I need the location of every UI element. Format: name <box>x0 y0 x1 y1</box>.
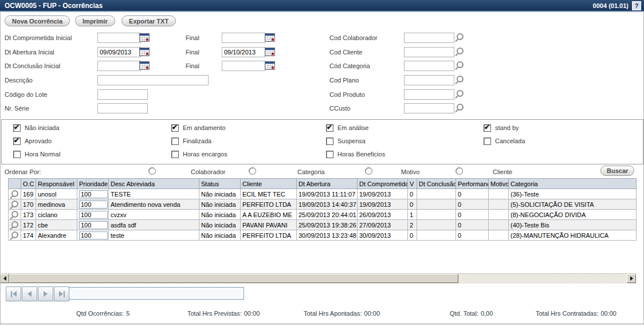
calendar-icon[interactable] <box>265 33 275 42</box>
checkbox-label: Em andamento <box>183 124 226 131</box>
scroll-left-button[interactable] <box>0 274 9 283</box>
cod-categoria-input[interactable] <box>404 61 454 71</box>
search-lookup-icon[interactable] <box>457 48 464 54</box>
prioridade-input[interactable]: 100 <box>79 211 108 219</box>
scrollbar-thumb[interactable] <box>9 274 458 283</box>
cell-responsavel: medinova <box>36 199 77 210</box>
calendar-icon[interactable] <box>265 61 275 70</box>
col-open <box>9 179 21 189</box>
checkbox-finalizada[interactable] <box>171 138 179 145</box>
col-responsavel: Responsável <box>36 179 77 189</box>
open-record-icon[interactable] <box>11 211 18 218</box>
calendar-icon[interactable] <box>139 48 150 56</box>
radio-cliente[interactable] <box>455 167 463 175</box>
print-button[interactable]: Imprimir <box>75 15 115 26</box>
dt-comprometida-inicial-input[interactable] <box>97 33 141 43</box>
checkbox-cancelada[interactable] <box>484 138 491 145</box>
codigo-lote-input[interactable] <box>97 89 148 100</box>
total-value: 00:00 <box>244 310 260 317</box>
dt-comprometida-final-input[interactable] <box>222 33 265 43</box>
checkbox-horas-encargos[interactable] <box>171 151 179 158</box>
cell-dt-comprometida: 19/09/2013 <box>358 199 408 210</box>
new-occurrence-button[interactable]: Nova Ocorrência <box>5 15 70 26</box>
col-dt-comprometida: Dt Comprometida <box>358 179 408 189</box>
checkbox-label: Hora Normal <box>25 151 60 158</box>
open-record-icon[interactable] <box>11 221 18 228</box>
checkbox-item: Aprovado <box>13 138 52 146</box>
calendar-icon[interactable] <box>265 48 275 56</box>
prioridade-input[interactable]: 100 <box>79 221 108 229</box>
cell-status: Não iniciada <box>199 189 241 199</box>
arrow-right-icon <box>630 276 633 281</box>
cell-dt-conclusao <box>417 199 456 210</box>
checkbox-suspensa[interactable] <box>326 138 333 145</box>
export-txt-button[interactable]: Exportar TXT <box>121 15 176 26</box>
checkbox-item: Horas encargos <box>171 151 227 159</box>
search-lookup-icon[interactable] <box>457 76 464 83</box>
dt-abertura-final-input[interactable] <box>222 47 265 57</box>
cod-produto-input[interactable] <box>404 89 454 100</box>
radio-categoria[interactable] <box>249 167 256 175</box>
search-lookup-icon[interactable] <box>457 104 464 111</box>
total-hrs-apontadas: Total Hrs Apontadas:00:00 <box>304 310 380 317</box>
dt-abertura-inicial-input[interactable] <box>97 47 141 57</box>
table-row: 173 ciclano 100 cvzxv Não iniciada A A E… <box>9 210 637 220</box>
calendar-icon[interactable] <box>139 61 150 70</box>
previous-page-icon <box>28 291 32 297</box>
open-record-icon[interactable] <box>11 201 18 207</box>
quick-filter-input[interactable] <box>69 287 244 300</box>
search-lookup-icon[interactable] <box>457 61 464 68</box>
cell-performance: 0 <box>456 199 489 210</box>
next-page-icon <box>44 291 48 297</box>
dt-conclusao-final-input[interactable] <box>222 61 265 71</box>
radio-motivo[interactable] <box>365 167 372 175</box>
horizontal-scrollbar[interactable] <box>2 273 636 284</box>
checkbox-em-analise[interactable] <box>326 124 333 132</box>
cell-motivo <box>489 230 509 241</box>
codigo-lote-label: Código do Lote <box>5 91 48 98</box>
cod-produto-label: Cod Produto <box>329 91 365 98</box>
radio-colaborador[interactable] <box>148 167 156 175</box>
cod-cliente-input[interactable] <box>404 47 454 57</box>
prioridade-input[interactable]: 100 <box>79 231 108 239</box>
first-page-button[interactable] <box>6 286 21 301</box>
dt-conclusao-inicial-input[interactable] <box>97 61 141 71</box>
cell-performance: 0 <box>456 189 489 199</box>
checkbox-label: stand by <box>495 124 519 131</box>
search-button[interactable]: Buscar <box>600 166 634 176</box>
app-window: OCW0005 - FUP - Ocorrências 0004 (01.01)… <box>0 0 644 326</box>
checkbox-hora-normal[interactable] <box>13 151 21 158</box>
checkbox-aprovado[interactable] <box>13 138 21 145</box>
next-page-button[interactable] <box>38 286 53 301</box>
page-title: OCW0005 - FUP - Ocorrências <box>0 2 103 10</box>
cell-dt-conclusao <box>417 210 456 220</box>
help-icon[interactable]: ? <box>632 1 641 10</box>
scroll-right-button[interactable] <box>627 274 636 283</box>
cell-v: 0 <box>408 230 417 241</box>
cell-oc: 170 <box>21 199 36 210</box>
checkbox-em-andamento[interactable] <box>171 124 179 132</box>
titlebar-right: 0004 (01.01) ? <box>593 1 644 10</box>
cell-cliente: ECIL MET TEC <box>241 189 297 199</box>
open-record-icon[interactable] <box>11 231 18 238</box>
calendar-icon[interactable] <box>139 33 150 42</box>
checkbox-nao-iniciada[interactable] <box>13 124 21 132</box>
checkbox-item: Finalizada <box>171 138 211 146</box>
total-value: 00:00 <box>364 310 380 317</box>
cell-status: Não iniciada <box>199 220 241 230</box>
ccusto-input[interactable] <box>404 103 454 113</box>
cod-plano-input[interactable] <box>404 75 454 85</box>
prioridade-input[interactable]: 100 <box>79 190 108 198</box>
search-lookup-icon[interactable] <box>457 90 464 97</box>
checkbox-stand-by[interactable] <box>484 124 491 132</box>
cod-colaborador-input[interactable] <box>404 33 454 43</box>
total-label: Qtd. Total: <box>450 310 478 317</box>
open-record-icon[interactable] <box>11 190 18 197</box>
previous-page-button[interactable] <box>22 286 37 301</box>
last-page-button[interactable] <box>54 286 69 301</box>
prioridade-input[interactable]: 100 <box>79 201 108 209</box>
descricao-input[interactable] <box>97 75 209 85</box>
search-lookup-icon[interactable] <box>457 33 464 40</box>
nr-serie-input[interactable] <box>97 103 148 113</box>
checkbox-horas-beneficios[interactable] <box>326 151 333 158</box>
